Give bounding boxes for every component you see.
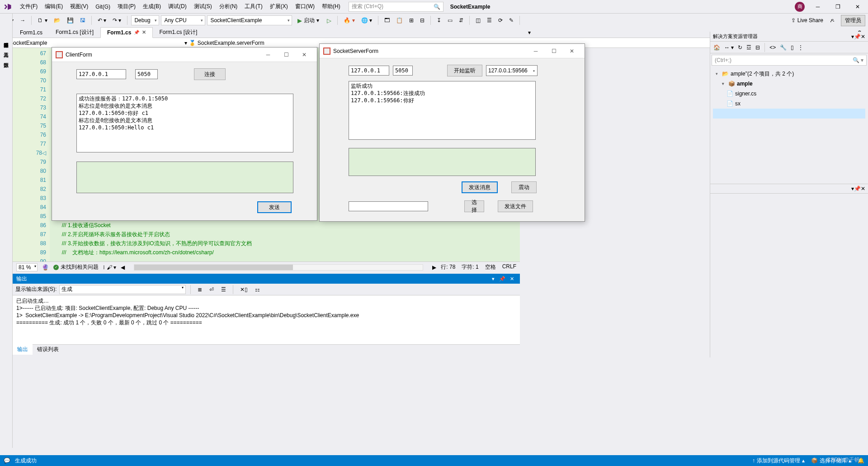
se-home-button[interactable]: 🏠 [712, 43, 722, 52]
step-button[interactable]: ↧ [434, 16, 443, 25]
prop-close-button[interactable]: ✕ [861, 185, 865, 192]
toolbox-btn2[interactable]: 📋 [394, 16, 405, 25]
start-button[interactable]: ▶启动 ▾ [294, 16, 323, 25]
startup-dropdown[interactable]: SocketClientExample [207, 15, 292, 25]
se-code-button[interactable]: <> [768, 43, 777, 52]
menu-git[interactable]: Git(G) [92, 2, 114, 12]
undo-button[interactable]: ↶ ▾ [95, 16, 108, 25]
tab-errorlist[interactable]: 错误列表 [33, 344, 63, 355]
prop-pin-button[interactable]: 📌 [854, 185, 861, 192]
toolbox-btn1[interactable]: 🗔 [382, 16, 392, 25]
se-close-button[interactable]: ✕ [861, 33, 865, 40]
output-close-button[interactable]: ✕ [508, 276, 516, 282]
align-button[interactable]: ▭ [445, 16, 455, 25]
menu-test[interactable]: 测试(S) [190, 1, 216, 12]
tab-form1-cs-active[interactable]: Form1.cs📌✕ [100, 27, 153, 38]
server-send-msg-button[interactable]: 发送消息 [462, 181, 498, 193]
menu-extensions[interactable]: 扩展(X) [266, 1, 292, 12]
client-send-button[interactable]: 发送 [257, 201, 292, 213]
tab-form1-cs[interactable]: Form1.cs [14, 28, 49, 38]
menu-view[interactable]: 视图(V) [66, 1, 92, 12]
nav-next-button[interactable]: ▶ [432, 264, 436, 271]
minimize-button[interactable]: ─ [259, 49, 277, 61]
global-search-input[interactable]: 搜索 (Ctrl+Q) 🔍 [349, 2, 443, 12]
datasources-tab[interactable]: 数据源 [2, 56, 10, 62]
output-dropdown-button[interactable]: ▾ [490, 276, 497, 282]
se-pin-button[interactable]: 📌 [854, 33, 861, 40]
output-pin-button[interactable]: 📌 [497, 276, 508, 282]
feedback-icon[interactable]: 💬 [4, 457, 10, 464]
client-list-dropdown[interactable]: 127.0.0.1:59566 [486, 65, 538, 76]
close-button[interactable]: ✕ [295, 49, 313, 61]
client-ip-input[interactable] [76, 69, 126, 79]
breadcrumb-project[interactable]: SocketExample [9, 40, 47, 46]
tree-project-node[interactable]: ▾📦 ample [713, 79, 865, 89]
nav-prev-button[interactable]: ◀ [121, 264, 125, 271]
redo-button[interactable]: ↷ ▾ [110, 16, 123, 25]
comment-button[interactable]: ◫ [473, 16, 483, 25]
se-collapse-button[interactable]: ⊟ [754, 43, 761, 52]
health-icon[interactable]: 🔮 [42, 264, 49, 271]
save-button[interactable]: 💾 [65, 16, 76, 25]
se-filter-button[interactable]: ⋮ [797, 43, 805, 52]
client-log-textarea[interactable]: 成功连接服务器：127.0.0.1:5050 标志位是0您接收的是文本消息 12… [76, 94, 293, 152]
client-message-input[interactable] [76, 162, 293, 193]
server-ip-input[interactable] [349, 66, 389, 76]
solution-tree[interactable]: ▾📂 ample"(2 个项目，共 2 个) ▾📦 ample 📄 signer… [710, 67, 868, 120]
maximize-button[interactable]: ☐ [277, 49, 295, 61]
server-port-input[interactable] [393, 66, 413, 76]
close-icon[interactable]: ✕ [142, 29, 146, 35]
tool-button[interactable]: ✎ [507, 16, 516, 25]
menu-file[interactable]: 文件(F) [16, 1, 41, 12]
chevron-down-icon[interactable]: ▾ [722, 79, 726, 89]
tab-form1-design2[interactable]: Form1.cs [设计] [153, 27, 204, 38]
server-listen-button[interactable]: 开始监听 [447, 65, 482, 76]
menu-build[interactable]: 生成(B) [139, 1, 165, 12]
output-text[interactable]: 已启动生成… 1>------ 已启动生成: 项目: SocketClientE… [13, 295, 520, 344]
user-avatar[interactable]: 商 [795, 2, 805, 12]
hot-reload-button[interactable]: 🔥 ▾ [341, 16, 357, 25]
new-project-button[interactable]: 🗋 ▾ [35, 16, 49, 25]
minimize-button[interactable]: ─ [527, 45, 545, 57]
zoom-dropdown[interactable]: 81 % [16, 263, 38, 271]
forward-button[interactable]: → [18, 16, 28, 25]
start-no-debug-button[interactable]: ▷ [325, 16, 334, 25]
output-wrap-button[interactable]: ⏎ [207, 285, 216, 294]
tab-overflow-button[interactable]: ▾ [526, 28, 533, 37]
tree-item[interactable]: 📄 signer.cs [713, 89, 865, 99]
close-button[interactable]: ✕ [563, 45, 581, 57]
output-clear-button[interactable]: ≣ [195, 285, 204, 294]
se-properties-button[interactable]: 🔧 [778, 43, 788, 52]
whitespace-mode[interactable]: 空格 [485, 263, 496, 271]
source-control-button[interactable]: ↑ 添加到源代码管理 ▴ [752, 457, 805, 465]
se-preview-button[interactable]: ▯ [789, 43, 795, 52]
se-pending-button[interactable]: ☲ [745, 43, 753, 52]
menu-edit[interactable]: 编辑(E) [41, 1, 66, 12]
tree-solution-node[interactable]: ▾📂 ample"(2 个项目，共 2 个) [713, 69, 865, 79]
tree-item[interactable]: 📄 sx [713, 99, 865, 109]
se-sync-button[interactable]: ↻ [736, 43, 744, 52]
server-file-path-input[interactable] [349, 201, 428, 211]
browser-link-button[interactable]: 🌐 ▾ [359, 16, 374, 25]
no-issues-status[interactable]: ✓未找到相关问题 [53, 263, 99, 271]
minimize-button[interactable]: ─ [811, 2, 825, 12]
chevron-down-icon[interactable]: ▾ [716, 69, 720, 79]
server-log-textarea[interactable]: 监听成功 127.0.0.1:59566:连接成功 127.0.0.1:5956… [349, 81, 536, 140]
menu-project[interactable]: 项目(P) [114, 1, 139, 12]
output-goto-button[interactable]: ☰ [219, 285, 228, 294]
menu-window[interactable]: 窗口(W) [292, 1, 318, 12]
feedback-button[interactable]: ዶ [828, 16, 836, 25]
output-clear2-button[interactable]: ✕▯ [238, 285, 250, 294]
sync-button[interactable]: ⟳ [496, 16, 505, 25]
menu-help[interactable]: 帮助(H) [318, 1, 344, 12]
line-ending[interactable]: CRLF [502, 263, 516, 271]
toolbox-btn4[interactable]: ⊟ [418, 16, 427, 25]
config-dropdown[interactable]: Debug [131, 15, 159, 25]
tab-output[interactable]: 输出 [13, 344, 33, 355]
scrollbar-thumb[interactable] [134, 265, 293, 270]
se-switch-button[interactable]: ↔ ▾ [723, 43, 735, 52]
maximize-button[interactable]: ❐ [831, 2, 844, 12]
server-explorer-tab[interactable]: 服务器资源管理器 [2, 36, 10, 42]
server-send-file-button[interactable]: 发送文件 [498, 200, 533, 212]
brush-icon[interactable]: ⁞ 🖌 ▾ [103, 264, 116, 271]
